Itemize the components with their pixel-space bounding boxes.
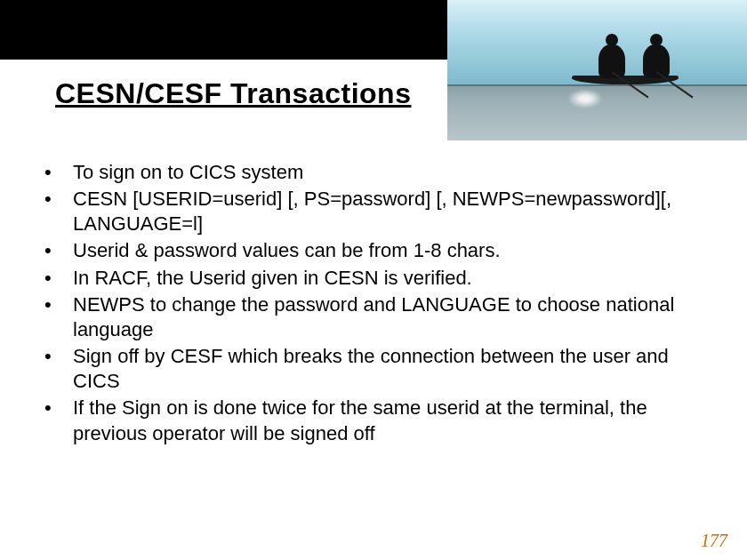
bullet-item: NEWPS to change the password and LANGUAG… <box>37 292 710 342</box>
photo-sky <box>447 0 747 84</box>
header-black-block <box>0 0 447 62</box>
bullet-item: Userid & password values can be from 1-8… <box>37 238 710 263</box>
bullet-item: If the Sign on is done twice for the sam… <box>37 396 710 445</box>
photo-splash <box>567 89 603 108</box>
bullet-item: In RACF, the Userid given in CESN is ver… <box>37 266 710 291</box>
slide-title: CESN/CESF Transactions <box>55 77 447 110</box>
bullet-item: To sign on to CICS system <box>37 160 710 185</box>
slide-header: CESN/CESF Transactions <box>0 0 747 140</box>
header-photo <box>447 0 747 140</box>
header-title-block: CESN/CESF Transactions <box>0 60 447 140</box>
bullet-item: Sign off by CESF which breaks the connec… <box>37 344 710 394</box>
page-number: 177 <box>701 531 727 551</box>
bullet-item: CESN [USERID=userid] [, PS=password] [, … <box>37 187 710 236</box>
slide-content: To sign on to CICS system CESN [USERID=u… <box>37 160 710 448</box>
bullet-list: To sign on to CICS system CESN [USERID=u… <box>37 160 710 446</box>
